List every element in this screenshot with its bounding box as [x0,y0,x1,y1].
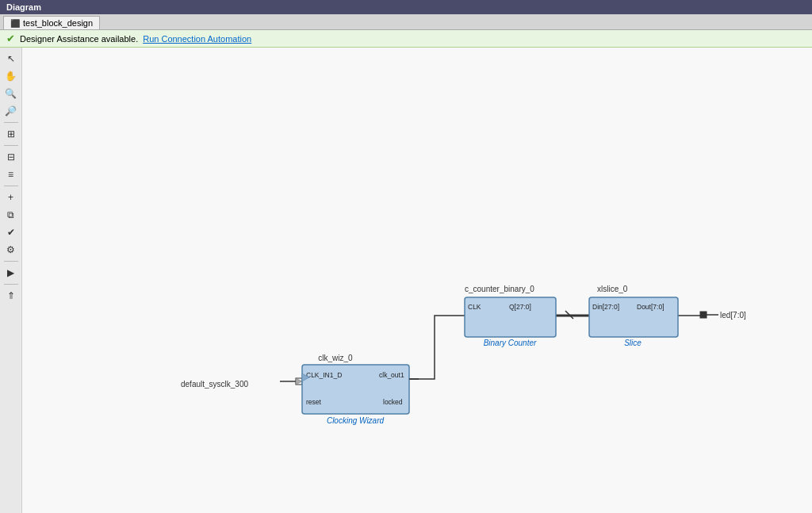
clkwiz-type-label: Clocking Wizard [327,416,385,425]
hand-tool[interactable]: ✋ [2,68,20,84]
diagram-icon: ⬛ [10,19,20,28]
clkwiz-instance-label: clk_wiz_0 [318,354,353,362]
separator-1 [4,122,18,123]
clk-input-tri [302,373,309,381]
grid-tool[interactable]: ⊟ [2,149,20,165]
slice-name-label: xlslice_0 [597,285,628,293]
layers-tool[interactable]: ≡ [2,167,20,182]
toolbar: ↖ ✋ 🔍 🔎 ⊞ ⊟ ≡ + ⧉ ✔ ⚙ ▶ ⇑ [0,48,22,513]
validate-tool[interactable]: ✔ [2,224,20,240]
slice-din-label: Din[27:0] [592,303,619,311]
sysclk-port-marker [296,378,302,385]
separator-4 [4,261,18,262]
counter-type-label: Binary Counter [484,339,537,347]
tab-bar: ⬛ test_block_design [0,14,812,30]
title-label: Diagram [6,2,41,12]
title-bar: Diagram [0,0,812,14]
locked-port-label: locked [383,398,403,406]
app: Diagram ⬛ test_block_design ✔ Designer A… [0,0,812,513]
select-tool[interactable]: ↖ [2,51,20,67]
main-area: ↖ ✋ 🔍 🔎 ⊞ ⊟ ≡ + ⧉ ✔ ⚙ ▶ ⇑ default_sysclk… [0,48,812,513]
export-tool[interactable]: ⇑ [2,288,20,304]
counter-name-label: c_counter_binary_0 [465,285,534,293]
led-port-marker [700,312,707,318]
led-label: led[7:0] [720,311,746,320]
run-automation-link[interactable]: Run Connection Automation [143,34,251,44]
wire-clkwiz-counter [409,316,465,379]
reset-port-label: reset [306,398,322,406]
slice-dout-label: Dout[7:0] [637,303,665,311]
bus-mark-1 [565,311,573,319]
diagram-canvas[interactable]: default_sysclk_300 c_counter_binary_0 xl… [22,48,812,513]
run-tool[interactable]: ▶ [2,265,20,281]
clkout-port-label: clk_out1 [379,371,404,379]
ip-catalog-tool[interactable]: ⧉ [2,207,20,223]
notification-bar: ✔ Designer Assistance available. Run Con… [0,30,812,48]
clkin-port-label: CLK_IN1_D [306,371,342,379]
input-tri-clkwiz [296,378,302,385]
separator-2 [4,145,18,146]
counter-clk-label: CLK [468,303,481,311]
check-icon: ✔ [6,33,15,44]
tab-label: test_block_design [23,18,93,28]
clk-wiz-block [302,365,409,414]
sysclk-label: default_sysclk_300 [181,380,248,389]
zoom-in-tool[interactable]: 🔍 [2,86,20,101]
counter-q-label: Q[27:0] [509,303,531,311]
wire-layer: default_sysclk_300 c_counter_binary_0 xl… [22,48,812,513]
zoom-out-tool[interactable]: 🔎 [2,103,20,119]
counter-block [465,297,556,337]
slice-block [589,297,678,337]
diagram-tab[interactable]: ⬛ test_block_design [3,16,100,29]
debug-tool[interactable]: ⚙ [2,242,20,258]
separator-5 [4,284,18,285]
separator-3 [4,186,18,186]
notification-text: Designer Assistance available. [20,34,138,44]
slice-type-label: Slice [624,339,642,347]
fit-tool[interactable]: ⊞ [2,126,20,142]
add-ip-tool[interactable]: + [2,190,20,205]
